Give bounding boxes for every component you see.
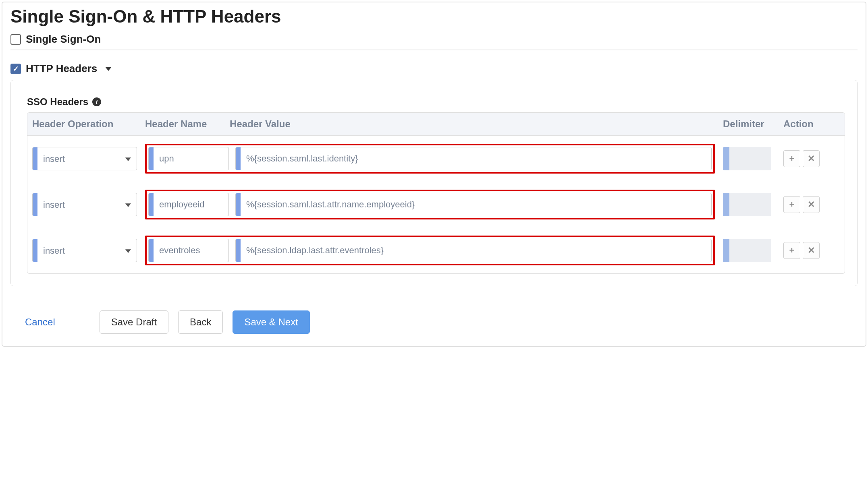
table-row: insert — [27, 136, 845, 182]
drag-handle-icon[interactable] — [33, 193, 37, 216]
header-operation-select[interactable]: insert — [37, 239, 137, 262]
remove-row-button[interactable]: ✕ — [803, 150, 820, 167]
save-draft-button[interactable]: Save Draft — [100, 310, 168, 334]
add-row-button[interactable]: + — [783, 196, 800, 213]
drag-handle-icon[interactable] — [33, 239, 37, 262]
drag-handle-icon[interactable] — [149, 193, 154, 216]
col-header-operation: Header Operation — [32, 118, 145, 130]
header-name-input[interactable] — [154, 239, 228, 262]
delimiter-field[interactable] — [723, 193, 771, 216]
footer-buttons: Cancel Save Draft Back Save & Next — [10, 310, 858, 334]
header-name-input[interactable] — [154, 147, 228, 170]
sso-headers-heading: SSO Headers — [27, 96, 88, 108]
page-title: Single Sign-On & HTTP Headers — [10, 6, 858, 27]
highlight-box — [145, 190, 715, 219]
add-row-button[interactable]: + — [783, 150, 800, 167]
http-headers-section-label: HTTP Headers — [26, 62, 97, 75]
add-row-button[interactable]: + — [783, 242, 800, 259]
drag-handle-icon[interactable] — [236, 147, 241, 170]
col-header-name: Header Name — [145, 118, 230, 130]
section-divider — [10, 50, 858, 50]
col-header-action: Action — [783, 118, 840, 130]
col-header-delimiter: Delimiter — [723, 118, 783, 130]
sso-checkbox[interactable] — [10, 34, 21, 45]
header-value-input[interactable] — [241, 239, 711, 262]
sso-section-label: Single Sign-On — [26, 33, 101, 46]
col-header-value: Header Value — [230, 118, 723, 130]
table-row: insert — [27, 182, 845, 228]
collapse-toggle-icon[interactable] — [105, 67, 112, 71]
delimiter-field[interactable] — [723, 239, 771, 262]
header-operation-select[interactable]: insert — [37, 193, 137, 216]
sso-headers-table: Header Operation Header Name Header Valu… — [27, 112, 845, 274]
info-icon[interactable]: i — [92, 97, 101, 106]
header-name-input[interactable] — [154, 193, 228, 216]
drag-handle-icon[interactable] — [149, 239, 154, 262]
http-headers-panel: SSO Headers i Header Operation Header Na… — [10, 80, 858, 286]
header-operation-select[interactable]: insert — [37, 147, 137, 170]
cancel-button[interactable]: Cancel — [23, 313, 58, 331]
drag-handle-icon[interactable] — [236, 193, 241, 216]
http-headers-checkbox[interactable] — [10, 64, 21, 74]
header-value-input[interactable] — [241, 147, 711, 170]
table-row: insert — [27, 228, 845, 273]
highlight-box — [145, 236, 715, 265]
save-next-button[interactable]: Save & Next — [233, 310, 309, 334]
drag-handle-icon[interactable] — [33, 147, 37, 170]
drag-handle-icon[interactable] — [236, 239, 241, 262]
drag-handle-icon[interactable] — [149, 147, 154, 170]
highlight-box — [145, 144, 715, 174]
remove-row-button[interactable]: ✕ — [803, 242, 820, 259]
remove-row-button[interactable]: ✕ — [803, 196, 820, 213]
delimiter-field[interactable] — [723, 147, 771, 170]
back-button[interactable]: Back — [178, 310, 223, 334]
header-value-input[interactable] — [241, 193, 711, 216]
